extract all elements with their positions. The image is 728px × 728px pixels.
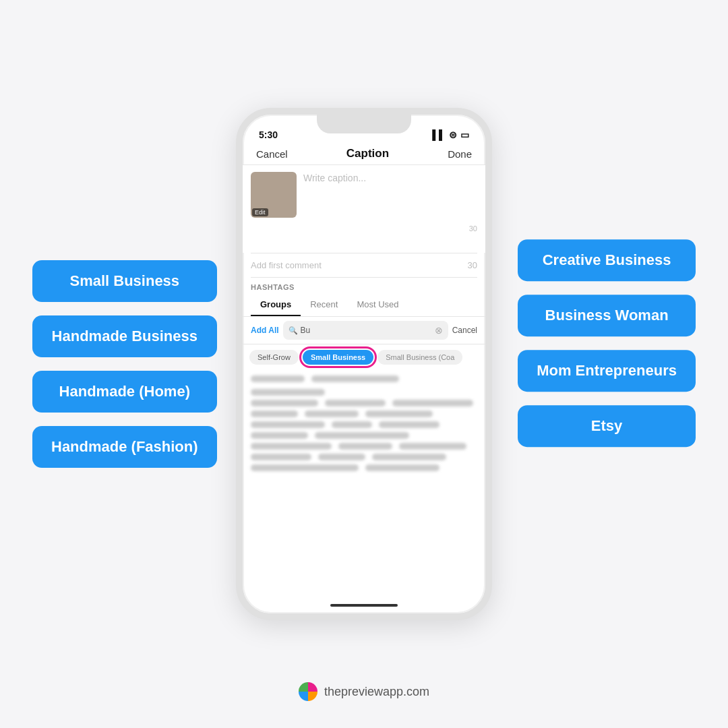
nav-bar: Cancel Caption Done <box>243 143 485 165</box>
hashtag-item <box>251 411 298 417</box>
hashtag-item <box>251 375 305 382</box>
hashtag-item <box>251 400 318 406</box>
search-row: Add All 🔍 Bu ⊗ Cancel <box>243 317 485 344</box>
comment-row: Add first comment 30 <box>243 253 485 277</box>
tag-handmade-business[interactable]: Handmade Business <box>32 315 217 357</box>
caption-area: Edit Write caption... 30 <box>243 165 485 253</box>
tab-most-used[interactable]: Most Used <box>347 294 408 316</box>
tag-handmade-fashion[interactable]: Handmade (Fashion) <box>32 426 217 468</box>
hashtag-item <box>325 400 386 406</box>
brand-text: thepreviewapp.com <box>324 685 429 699</box>
group-pill-small-business-coa[interactable]: Small Business (Coa <box>377 350 462 365</box>
hashtag-item <box>392 400 473 406</box>
nav-title: Caption <box>346 147 389 160</box>
tag-business-woman[interactable]: Business Woman <box>518 295 696 336</box>
add-all-button[interactable]: Add All <box>251 326 279 335</box>
caption-input[interactable]: Write caption... 30 <box>303 172 477 246</box>
search-text: Bu <box>301 326 311 335</box>
right-tags-column: Creative Business Business Woman Mom Ent… <box>518 239 696 447</box>
hashtag-row-6 <box>251 443 477 450</box>
left-tags-column: Small Business Handmade Business Handmad… <box>32 260 217 468</box>
brand-logo <box>299 682 317 701</box>
caption-thumbnail[interactable]: Edit <box>251 172 297 218</box>
hashtag-item <box>251 454 311 460</box>
signal-icon: ▌▌ <box>432 129 446 140</box>
hashtag-row-2 <box>251 400 477 406</box>
hashtag-item <box>332 421 372 428</box>
tag-creative-business[interactable]: Creative Business <box>518 239 696 281</box>
comment-char-count: 30 <box>468 260 477 270</box>
hashtags-tabs: Groups Recent Most Used <box>243 294 485 317</box>
hashtag-item <box>338 443 392 450</box>
groups-row: Self-Grow Small Business Small Business … <box>243 344 485 370</box>
search-field[interactable]: 🔍 Bu ⊗ <box>283 321 448 340</box>
tab-recent[interactable]: Recent <box>301 294 347 316</box>
hashtag-row-1 <box>251 375 477 396</box>
search-clear-icon[interactable]: ⊗ <box>435 325 443 336</box>
tag-mom-entrepreneurs[interactable]: Mom Entrepreneurs <box>518 350 696 392</box>
tag-handmade-home[interactable]: Handmade (Home) <box>32 371 217 413</box>
group-pill-small-business[interactable]: Small Business <box>303 350 373 365</box>
search-icon: 🔍 <box>289 326 298 335</box>
phone-notch <box>317 115 411 133</box>
group-pill-self-grow[interactable]: Self-Grow <box>249 350 299 365</box>
hashtag-item <box>251 389 325 396</box>
hashtag-list <box>243 370 485 600</box>
hashtag-item <box>318 454 365 460</box>
phone-footer <box>243 600 485 613</box>
caption-placeholder: Write caption... <box>303 173 366 183</box>
edit-badge: Edit <box>252 208 268 216</box>
hashtag-item <box>315 432 409 439</box>
hashtag-row-8 <box>251 464 477 471</box>
hashtag-row-3 <box>251 411 477 417</box>
hashtag-item <box>251 443 332 450</box>
hashtag-item <box>379 421 439 428</box>
caption-char-count: 30 <box>303 224 477 233</box>
scene: Small Business Handmade Business Handmad… <box>0 0 728 728</box>
tag-small-business[interactable]: Small Business <box>32 260 217 302</box>
hashtags-label: HASHTAGS <box>243 278 485 294</box>
cancel-button[interactable]: Cancel <box>256 148 288 160</box>
hashtag-item <box>399 443 466 450</box>
brand-footer: thepreviewapp.com <box>299 682 429 701</box>
comment-placeholder[interactable]: Add first comment <box>251 260 322 270</box>
hashtag-row-5 <box>251 432 477 439</box>
hashtag-item <box>311 375 399 382</box>
tab-groups[interactable]: Groups <box>251 294 301 316</box>
done-button[interactable]: Done <box>448 148 472 160</box>
hashtag-item <box>251 464 359 471</box>
search-cancel-button[interactable]: Cancel <box>452 326 477 335</box>
hashtag-item <box>365 411 433 417</box>
hashtag-item <box>251 421 325 428</box>
status-time: 5:30 <box>259 129 278 140</box>
tag-etsy[interactable]: Etsy <box>518 405 696 447</box>
hashtag-row-4 <box>251 421 477 428</box>
hashtag-item <box>305 411 359 417</box>
battery-icon: ▭ <box>460 129 469 140</box>
wifi-icon: ⊜ <box>449 129 457 140</box>
hashtag-item <box>251 432 308 439</box>
hashtag-item <box>365 464 439 471</box>
phone-mockup: 5:30 ▌▌ ⊜ ▭ Cancel Caption Done Edit Wri… <box>236 108 492 620</box>
hashtag-row-7 <box>251 454 477 460</box>
status-icons: ▌▌ ⊜ ▭ <box>432 129 469 140</box>
hashtag-item <box>372 454 446 460</box>
